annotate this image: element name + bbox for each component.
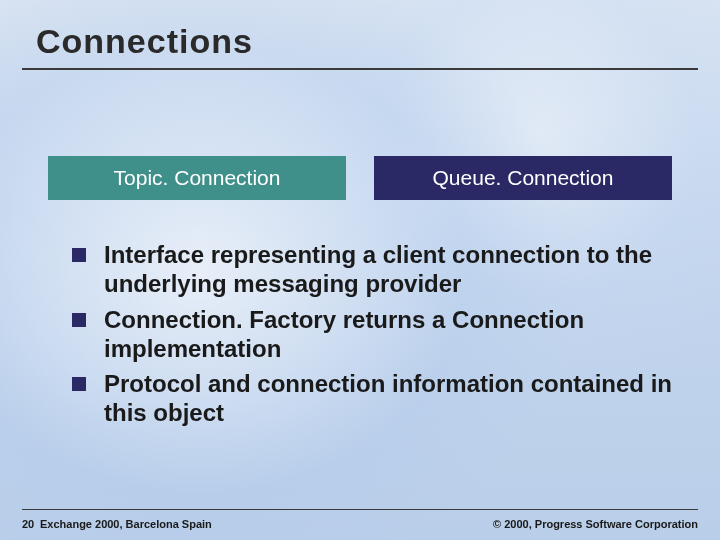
footer-divider — [22, 509, 698, 510]
topic-connection-box: Topic. Connection — [48, 156, 346, 200]
connection-boxes: Topic. Connection Queue. Connection — [48, 156, 672, 200]
queue-connection-box: Queue. Connection — [374, 156, 672, 200]
bullet-icon — [72, 313, 86, 327]
title-divider — [22, 68, 698, 70]
event-label: Exchange 2000, Barcelona Spain — [40, 518, 212, 530]
bullet-text: Protocol and connection information cont… — [104, 369, 672, 428]
bullet-icon — [72, 377, 86, 391]
slide: Connections Topic. Connection Queue. Con… — [0, 0, 720, 540]
list-item: Protocol and connection information cont… — [72, 369, 672, 428]
copyright-label: © 2000, Progress Software Corporation — [493, 518, 698, 530]
bullet-text: Connection. Factory returns a Connection… — [104, 305, 672, 364]
bullet-icon — [72, 248, 86, 262]
page-title: Connections — [36, 22, 253, 61]
bullet-list: Interface representing a client connecti… — [72, 240, 672, 434]
bullet-text: Interface representing a client connecti… — [104, 240, 672, 299]
page-number: 20 — [22, 518, 34, 530]
list-item: Interface representing a client connecti… — [72, 240, 672, 299]
list-item: Connection. Factory returns a Connection… — [72, 305, 672, 364]
